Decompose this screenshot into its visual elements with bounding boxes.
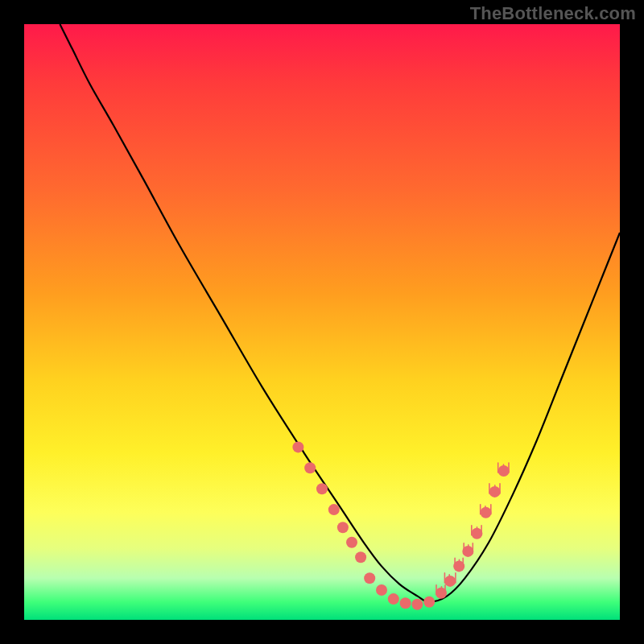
- scatter-point: [481, 507, 492, 518]
- scatter-point: [292, 441, 303, 452]
- curve-line: [60, 24, 620, 602]
- scatter-point: [328, 504, 340, 515]
- watermark-text: TheBottleneck.com: [470, 3, 636, 24]
- plot-area: [24, 24, 620, 620]
- scatter-point: [400, 597, 411, 609]
- scatter-point: [304, 462, 316, 473]
- bottleneck-curve: [60, 24, 620, 602]
- scatter-point: [489, 486, 501, 497]
- right-slope-tick-marks: [436, 463, 509, 595]
- scatter-point: [376, 584, 387, 596]
- scatter-point: [316, 483, 328, 494]
- scatter-point: [364, 572, 375, 584]
- scatter-point: [453, 560, 464, 572]
- scatter-point: [444, 576, 456, 587]
- scatter-point: [498, 465, 510, 477]
- scatter-point: [388, 593, 399, 605]
- scatter-point: [355, 551, 366, 563]
- scatter-point: [337, 522, 349, 533]
- scatter-point: [436, 588, 447, 599]
- scatter-point: [471, 528, 482, 539]
- scatter-point: [411, 599, 423, 610]
- scatter-point: [462, 546, 473, 557]
- chart-svg: [24, 24, 620, 620]
- chart-frame: TheBottleneck.com: [0, 0, 644, 644]
- scatter-point: [346, 537, 357, 548]
- scatter-point: [423, 597, 435, 608]
